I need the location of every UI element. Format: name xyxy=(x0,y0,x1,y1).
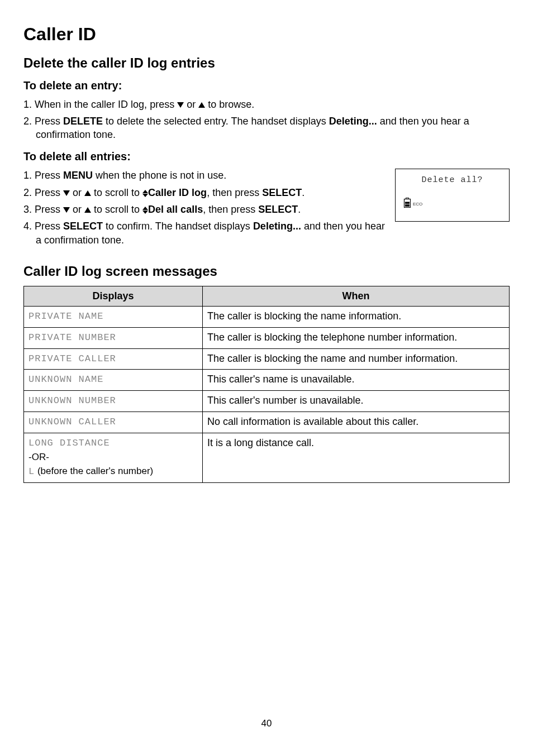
step-1: 1. When in the caller ID log, press or t… xyxy=(23,98,510,111)
svg-rect-2 xyxy=(405,204,410,207)
up-arrow-icon xyxy=(84,190,91,196)
section-screen-messages-title: Caller ID log screen messages xyxy=(23,262,510,280)
step-3: 3. Press or to scroll to Del all calls, … xyxy=(23,203,387,216)
step-4: 4. Press SELECT to confirm. The handset … xyxy=(23,219,387,247)
when-cell: The caller is blocking the telephone num… xyxy=(203,327,510,348)
display-cell: PRIVATE NUMBER xyxy=(24,327,203,348)
handset-screen-text: Delete all? xyxy=(403,175,501,186)
display-cell: LONG DISTANCE -OR- L (before the caller'… xyxy=(24,433,203,483)
table-row: UNKNOWN NAME This caller's name is unava… xyxy=(24,370,510,391)
delete-all-steps: 1. Press MENU when the phone is not in u… xyxy=(23,169,387,246)
svg-rect-3 xyxy=(405,202,410,204)
delete-entry-steps: 1. When in the caller ID log, press or t… xyxy=(23,98,510,142)
display-cell: UNKNOWN CALLER xyxy=(24,412,203,433)
down-arrow-icon xyxy=(63,207,70,213)
when-cell: The caller is blocking the name and numb… xyxy=(203,348,510,370)
header-displays: Displays xyxy=(24,286,203,306)
step-1: 1. Press MENU when the phone is not in u… xyxy=(23,169,387,182)
display-cell: UNKNOWN NAME xyxy=(24,370,203,391)
when-cell: No call information is available about t… xyxy=(203,412,510,433)
when-cell: The caller is blocking the name informat… xyxy=(203,306,510,327)
table-row: PRIVATE NAME The caller is blocking the … xyxy=(24,306,510,327)
table-row: LONG DISTANCE -OR- L (before the caller'… xyxy=(24,433,510,483)
section-delete-entries-title: Delete the caller ID log entries xyxy=(23,54,510,72)
step-2: 2. Press or to scroll to Caller ID log, … xyxy=(23,186,387,199)
battery-icon xyxy=(403,198,411,208)
table-header-row: Displays When xyxy=(24,286,510,306)
page-number: 40 xyxy=(23,717,510,730)
when-cell: It is a long distance call. xyxy=(203,433,510,483)
table-row: PRIVATE CALLER The caller is blocking th… xyxy=(24,348,510,370)
display-cell: PRIVATE NAME xyxy=(24,306,203,327)
display-cell: PRIVATE CALLER xyxy=(24,348,203,370)
eco-label: ECO xyxy=(413,202,422,208)
down-arrow-icon xyxy=(177,102,184,108)
when-cell: This caller's number is unavailable. xyxy=(203,391,510,412)
screen-messages-table: Displays When PRIVATE NAME The caller is… xyxy=(23,286,510,483)
table-row: UNKNOWN CALLER No call information is av… xyxy=(24,412,510,433)
up-arrow-icon xyxy=(198,102,205,108)
sub-delete-entry-title: To delete an entry: xyxy=(23,78,510,93)
header-when: When xyxy=(203,286,510,306)
updown-icon xyxy=(142,190,148,197)
table-row: PRIVATE NUMBER The caller is blocking th… xyxy=(24,327,510,348)
table-row: UNKNOWN NUMBER This caller's number is u… xyxy=(24,391,510,412)
updown-icon xyxy=(142,207,148,214)
display-cell: UNKNOWN NUMBER xyxy=(24,391,203,412)
down-arrow-icon xyxy=(63,190,70,196)
step-2: 2. Press DELETE to delete the selected e… xyxy=(23,114,510,142)
up-arrow-icon xyxy=(84,207,91,213)
page-title: Caller ID xyxy=(23,22,510,46)
sub-delete-all-title: To delete all entries: xyxy=(23,149,510,164)
handset-screen-panel: Delete all? ECO xyxy=(395,169,510,222)
when-cell: This caller's name is unavailable. xyxy=(203,370,510,391)
